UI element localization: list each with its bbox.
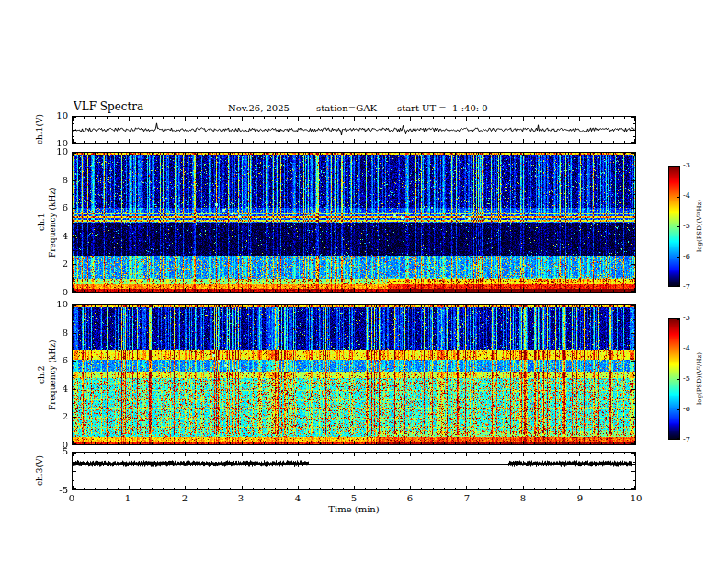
vlf-spectra-plot: VLF Spectra Nov.26, 2025 station=GAK sta… [0, 0, 728, 563]
time-axis-label: Time (min) [317, 504, 391, 514]
tick-label: 1 [116, 493, 140, 503]
tick-label: 6 [48, 355, 68, 365]
tick-label: 5 [342, 493, 366, 503]
plot-title: VLF Spectra [74, 100, 143, 113]
ch2-spectrogram-channel-label: ch.2 [37, 304, 47, 445]
tick-label: -5 [683, 374, 690, 383]
tick-label: 10 [48, 110, 68, 121]
tick-label: 9 [568, 493, 592, 503]
tick-label: 7 [455, 493, 479, 503]
tick-label: 4 [286, 493, 310, 503]
tick-label: 3 [229, 493, 253, 503]
tick-label: 2 [48, 259, 68, 269]
colorbar2-unit-label: log(PSD)(V²/Hz) [696, 318, 703, 440]
ch1-frequency-axis-label: Frequency (kHz) [48, 152, 58, 293]
tick-label: 6 [398, 493, 422, 503]
tick-label: 6 [48, 202, 68, 213]
tick-label: 8 [511, 493, 535, 503]
ch1-spectrogram-panel [72, 152, 636, 293]
colorbar1 [668, 166, 680, 287]
ch1-waveform-panel [72, 116, 636, 144]
tick-label: 10 [48, 299, 68, 309]
tick-label: 8 [48, 327, 68, 338]
tick-label: -6 [683, 252, 690, 260]
tick-label: -5 [683, 222, 690, 230]
tick-label: -7 [683, 282, 690, 291]
ch1-voltage-axis-label: ch.1(V) [35, 114, 45, 145]
colorbar2-canvas [669, 319, 679, 439]
tick-label: -6 [683, 405, 690, 413]
ch3-status-canvas [73, 453, 635, 489]
tick-label: 5 [48, 446, 68, 456]
tick-label: 4 [48, 231, 68, 241]
colorbar1-canvas [669, 167, 679, 286]
tick-label: -7 [683, 435, 690, 443]
start-ut-label: start UT = 1 :40: 0 [397, 103, 488, 113]
ch2-frequency-axis-label: Frequency (kHz) [48, 304, 58, 445]
tick-label: 10 [624, 493, 648, 503]
tick-label: -4 [683, 191, 690, 200]
tick-label: -4 [683, 344, 690, 352]
tick-label: 2 [173, 493, 197, 503]
tick-label: 8 [48, 175, 68, 185]
tick-label: -3 [683, 314, 690, 322]
tick-label: -3 [683, 161, 690, 169]
plot-date: Nov.26, 2025 [228, 103, 290, 113]
tick-label: 2 [48, 411, 68, 421]
colorbar2 [668, 318, 680, 440]
ch3-status-panel [72, 452, 636, 490]
ch1-spectrogram-canvas [73, 153, 635, 292]
tick-label: 0 [48, 287, 68, 297]
ch2-spectrogram-panel [72, 304, 636, 445]
ch1-waveform-canvas [73, 117, 635, 143]
colorbar1-unit-label: log(PSD)(V²/Hz) [696, 166, 703, 287]
tick-label: 4 [48, 384, 68, 394]
ch2-spectrogram-canvas [73, 305, 635, 444]
ch1-spectrogram-channel-label: ch.1 [37, 152, 47, 293]
ch3-voltage-axis-label: ch.3(V) [35, 450, 45, 492]
tick-label: 0 [60, 493, 84, 503]
station-label: station=GAK [316, 103, 377, 113]
tick-label: 10 [48, 146, 68, 156]
